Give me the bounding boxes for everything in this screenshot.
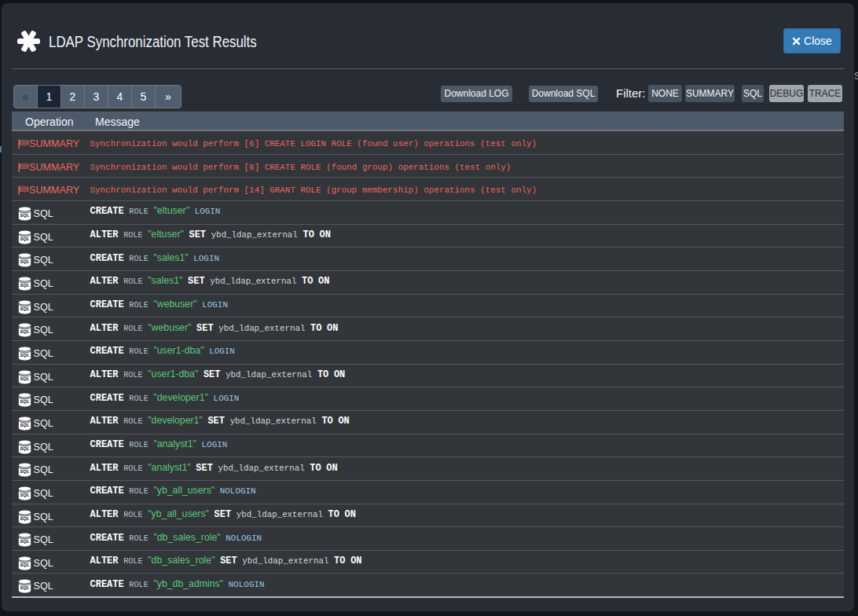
svg-text:SQL: SQL [20, 282, 30, 288]
svg-text:SQL: SQL [20, 562, 30, 567]
svg-text:SQL: SQL [20, 306, 30, 311]
svg-text:SQL: SQL [20, 515, 30, 521]
svg-text:SQL: SQL [20, 212, 30, 218]
svg-text:SQL: SQL [20, 422, 30, 427]
svg-text:SQL: SQL [20, 538, 30, 544]
svg-text:SQL: SQL [20, 398, 30, 404]
svg-text:SQL: SQL [20, 446, 30, 451]
svg-text:SQL: SQL [20, 328, 30, 334]
svg-text:SQL: SQL [20, 236, 30, 241]
svg-text:SQL: SQL [20, 376, 30, 381]
svg-text:SQL: SQL [20, 492, 30, 497]
svg-text:SQL: SQL [20, 468, 30, 474]
svg-text:SQL: SQL [20, 258, 30, 264]
svg-text:SQL: SQL [20, 585, 30, 591]
svg-text:SQL: SQL [20, 352, 30, 358]
